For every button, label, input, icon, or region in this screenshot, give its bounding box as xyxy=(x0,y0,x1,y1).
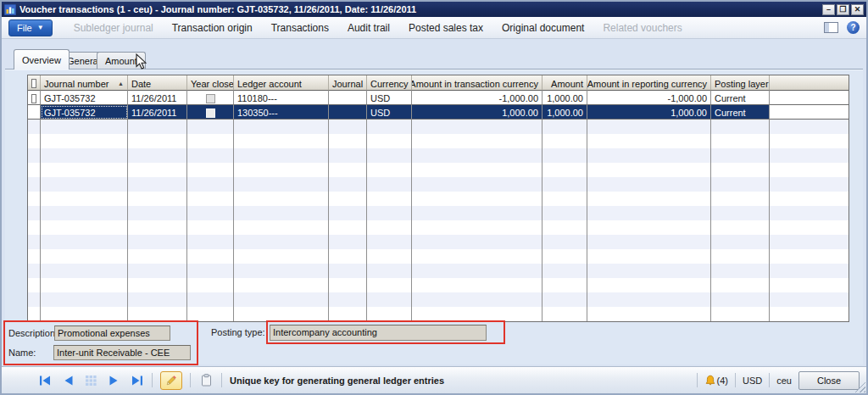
cell-amount[interactable]: 1,000.00 xyxy=(542,105,587,120)
annotation-box-posting-type xyxy=(266,320,505,344)
notifications-indicator[interactable]: (4) xyxy=(704,375,728,387)
mouse-cursor xyxy=(136,53,147,70)
file-menu-label: File xyxy=(17,23,32,33)
annotation-box-description-name xyxy=(3,320,198,365)
cell-posting-layer[interactable]: Current xyxy=(711,91,770,105)
cell-ledger-account[interactable]: 110180--- xyxy=(234,91,329,105)
form-body: Overview General Amount Journal number ▲… xyxy=(2,39,866,366)
app-icon xyxy=(4,4,16,15)
edit-mode-button[interactable] xyxy=(160,371,182,390)
column-header-empty xyxy=(770,75,849,91)
clipboard-icon[interactable] xyxy=(198,374,214,387)
separator xyxy=(769,373,770,387)
separator xyxy=(190,373,191,387)
cell-journal-number[interactable]: GJT-035732 xyxy=(41,91,128,105)
separator xyxy=(697,373,698,387)
column-header-label: Journal number xyxy=(44,79,108,89)
previous-record-icon[interactable] xyxy=(60,374,75,387)
column-header-posting-layer[interactable]: Posting layer xyxy=(711,75,770,91)
cell-ledger-account[interactable]: 130350--- xyxy=(234,105,329,120)
cell-amount-reporting[interactable]: 1,000.00 xyxy=(587,105,711,120)
tab-strip-baseline xyxy=(5,69,863,70)
grid-empty-area xyxy=(28,120,41,321)
posting-type-label: Posting type: xyxy=(211,327,265,337)
menu-item-transaction-origin[interactable]: Transaction origin xyxy=(163,22,262,34)
column-header-date[interactable]: Date xyxy=(128,75,187,91)
menu-item-subledger-journal: Subledger journal xyxy=(64,22,163,34)
year-closed-checkbox[interactable] xyxy=(206,94,215,103)
tab-general-label: General xyxy=(67,56,100,66)
close-icon[interactable]: ✕ xyxy=(851,4,864,15)
separator xyxy=(152,373,153,387)
row-select-cell[interactable] xyxy=(28,105,41,120)
select-all-header-cell[interactable] xyxy=(28,75,41,91)
cell-date[interactable]: 11/26/2011 xyxy=(128,105,187,120)
help-icon[interactable]: ? xyxy=(847,21,860,34)
column-header-year-closed[interactable]: Year closed xyxy=(187,75,234,91)
cell-posting-layer[interactable]: Current xyxy=(711,105,770,120)
sort-ascending-icon: ▲ xyxy=(115,81,124,86)
cell-amount-reporting[interactable]: -1,000.00 xyxy=(587,91,711,105)
column-header-amount-transaction[interactable]: Amount in transaction currency xyxy=(412,75,542,91)
app-window: Voucher transactions (1 - ceu) - Journal… xyxy=(0,0,868,395)
menu-item-original-document[interactable]: Original document xyxy=(492,22,593,34)
window-title: Voucher transactions (1 - ceu) - Journal… xyxy=(19,4,822,14)
cell-currency[interactable]: USD xyxy=(367,105,412,120)
menu-item-related-vouchers: Related vouchers xyxy=(593,22,691,34)
cell-amount[interactable]: 1,000.00 xyxy=(542,91,587,105)
column-header-currency[interactable]: Currency xyxy=(367,75,412,91)
maximize-icon[interactable]: ❐ xyxy=(837,4,849,15)
cell-empty xyxy=(770,91,849,105)
first-record-icon[interactable] xyxy=(37,374,53,387)
notification-count: (4) xyxy=(717,376,728,386)
status-bar: Unique key for generating general ledger… xyxy=(2,366,866,393)
year-closed-checkbox[interactable] xyxy=(206,108,215,118)
cell-date[interactable]: 11/26/2011 xyxy=(128,91,187,105)
row-select-checkbox[interactable] xyxy=(31,94,36,103)
cell-amount-transaction[interactable]: 1,000.00 xyxy=(412,105,542,120)
cell-journal[interactable] xyxy=(329,105,367,120)
company-indicator[interactable]: ceu xyxy=(776,376,792,386)
menu-item-posted-sales-tax[interactable]: Posted sales tax xyxy=(399,22,492,34)
tab-amount-label: Amount xyxy=(105,56,137,66)
title-bar: Voucher transactions (1 - ceu) - Journal… xyxy=(2,2,866,17)
cell-year-closed[interactable] xyxy=(187,105,234,120)
resize-grip-icon[interactable] xyxy=(854,381,865,392)
tab-overview[interactable]: Overview xyxy=(14,49,70,70)
cell-journal-number[interactable]: GJT-035732 xyxy=(41,105,128,120)
menu-item-transactions[interactable]: Transactions xyxy=(262,22,338,34)
column-header-amount[interactable]: Amount xyxy=(542,75,587,91)
column-header-journal-number[interactable]: Journal number ▲ xyxy=(41,75,128,91)
column-header-amount-reporting[interactable]: Amount in reporting currency xyxy=(587,75,711,91)
menu-items: Subledger journal Transaction origin Tra… xyxy=(64,22,692,34)
tab-overview-label: Overview xyxy=(22,55,61,65)
pencil-icon xyxy=(165,375,177,387)
transactions-grid: Journal number ▲ Date Year closed Ledger… xyxy=(27,75,849,322)
column-header-ledger-account[interactable]: Ledger account xyxy=(234,75,329,91)
separator xyxy=(221,373,222,387)
cell-empty xyxy=(770,105,849,120)
cell-currency[interactable]: USD xyxy=(367,91,412,105)
status-message: Unique key for generating general ledger… xyxy=(230,376,444,386)
grid-view-icon[interactable] xyxy=(83,374,98,387)
file-menu-button[interactable]: File ▼ xyxy=(8,19,53,36)
column-header-journal[interactable]: Journal xyxy=(329,75,367,91)
last-record-icon[interactable] xyxy=(129,374,144,387)
currency-indicator[interactable]: USD xyxy=(743,376,762,386)
separator xyxy=(735,373,736,387)
chevron-down-icon: ▼ xyxy=(37,24,44,31)
menu-item-audit-trail[interactable]: Audit trail xyxy=(338,22,399,34)
next-record-icon[interactable] xyxy=(106,374,121,387)
close-button[interactable]: Close xyxy=(798,371,860,390)
cell-amount-transaction[interactable]: -1,000.00 xyxy=(412,91,542,105)
bell-icon xyxy=(704,375,716,387)
row-select-cell[interactable] xyxy=(28,91,41,105)
cell-year-closed[interactable] xyxy=(187,91,234,105)
cell-journal[interactable] xyxy=(329,91,367,105)
select-all-checkbox[interactable] xyxy=(31,79,36,88)
menu-bar: File ▼ Subledger journal Transaction ori… xyxy=(2,17,866,39)
layout-pane-icon[interactable] xyxy=(824,22,838,33)
minimize-icon[interactable]: – xyxy=(822,4,835,15)
